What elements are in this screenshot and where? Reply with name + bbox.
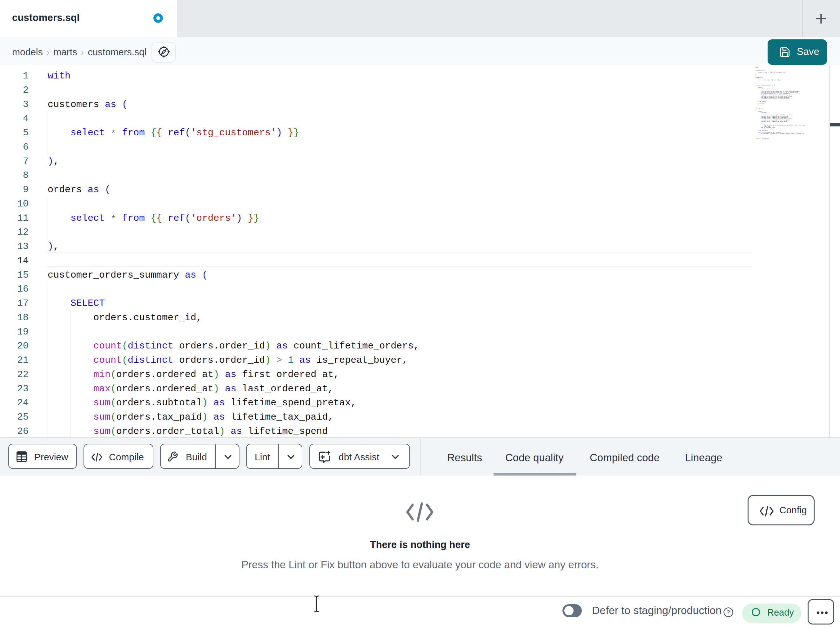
svg-text:?: ? bbox=[726, 609, 730, 615]
